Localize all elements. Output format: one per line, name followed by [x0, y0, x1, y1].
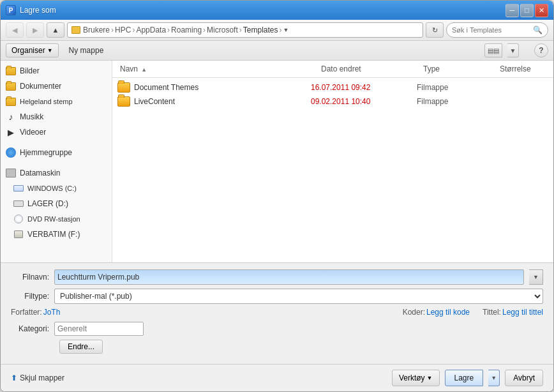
sidebar-label: DVD RW-stasjon	[27, 215, 80, 223]
breadcrumb-bar[interactable]: Brukere › HPC › AppData › Roaming › Micr…	[67, 22, 423, 38]
music-icon: ♪	[9, 112, 13, 122]
sidebar-item-verbatim[interactable]: VERBATIM (F:)	[1, 227, 112, 242]
folder-icon	[6, 67, 16, 75]
window-title: Lagre som	[20, 6, 505, 15]
new-folder-label: Ny mappe	[69, 46, 104, 55]
tools-dropdown-icon: ▼	[427, 375, 433, 381]
file-name: Document Themes	[134, 83, 307, 92]
search-box[interactable]: 🔍	[446, 22, 548, 38]
file-type: Filmappe	[417, 97, 493, 106]
breadcrumb-part: Templates	[243, 26, 278, 34]
sidebar-label: VERBATIM (F:)	[27, 230, 80, 239]
file-date: 09.02.2011 10:40	[311, 97, 413, 106]
change-button[interactable]: Endre...	[59, 340, 103, 354]
filename-row: Filnavn: ▼	[11, 269, 543, 285]
organise-dropdown-icon: ▼	[47, 47, 53, 54]
sort-arrow-icon: ▲	[141, 66, 147, 73]
sidebar-item-bilder[interactable]: Bilder	[1, 63, 112, 79]
file-list: Document Themes 16.07.2011 09:42 Filmapp…	[112, 78, 553, 262]
search-icon: 🔍	[533, 26, 543, 34]
organise-button[interactable]: Organiser ▼	[6, 43, 59, 57]
forward-button[interactable]: ▶	[26, 22, 44, 38]
dvd-icon	[14, 215, 23, 223]
sidebar: Bilder Dokumenter Helgeland stemp ♪ Musi…	[1, 61, 112, 262]
app-icon: P	[6, 5, 16, 15]
file-area: Navn ▲ Dato endret Type Størrelse Docume…	[112, 61, 553, 262]
tools-button[interactable]: Verktøy ▼	[392, 370, 440, 386]
filetype-row: Filtype: Publisher-mal (*.pub)	[11, 289, 543, 304]
column-header-name[interactable]: Navn ▲	[117, 63, 318, 75]
file-header: Navn ▲ Dato endret Type Størrelse	[112, 61, 553, 78]
command-toolbar: Organiser ▼ Ny mappe ▤▤ ▼ ?	[1, 41, 553, 61]
tags-value[interactable]: Legg til kode	[426, 308, 470, 317]
file-type: Filmappe	[417, 83, 493, 92]
sidebar-item-hjemmegruppe[interactable]: Hjemmegruppe	[1, 145, 112, 160]
save-button[interactable]: Lagre	[445, 370, 484, 386]
up-button[interactable]: ▲	[47, 22, 64, 38]
filename-input[interactable]	[54, 269, 524, 285]
column-header-size[interactable]: Størrelse	[497, 63, 548, 75]
column-header-type[interactable]: Type	[421, 63, 497, 75]
usb-icon	[14, 230, 23, 238]
tags-label: Koder:	[403, 308, 425, 317]
filename-dropdown[interactable]: ▼	[529, 269, 543, 285]
window-controls: ─ □ ✕	[505, 4, 548, 17]
sidebar-item-lager[interactable]: LAGER (D:)	[1, 196, 112, 211]
view-dropdown-button[interactable]: ▼	[507, 43, 519, 57]
hide-folders-button[interactable]: ⬆ Skjul mapper	[11, 373, 64, 382]
video-icon: ▶	[8, 128, 14, 137]
category-input[interactable]	[54, 322, 144, 336]
home-group-icon	[6, 147, 16, 158]
folder-icon	[6, 82, 16, 91]
sidebar-item-windows[interactable]: WINDOWS (C:)	[1, 181, 112, 196]
sidebar-item-helgeland[interactable]: Helgeland stemp	[1, 94, 112, 109]
author-label: Forfatter:	[11, 308, 42, 317]
refresh-button[interactable]: ↻	[426, 22, 444, 38]
folder-icon	[117, 82, 130, 93]
sidebar-label: Datamaskin	[20, 169, 60, 177]
sidebar-item-musikk[interactable]: ♪ Musikk	[1, 109, 112, 124]
title-value[interactable]: Legg til tittel	[502, 308, 543, 317]
folder-icon	[6, 98, 16, 106]
file-name: LiveContent	[134, 97, 307, 106]
file-date: 16.07.2011 09:42	[311, 83, 413, 92]
category-label: Kategori:	[11, 324, 49, 333]
help-button[interactable]: ?	[534, 43, 548, 57]
sidebar-label: Musikk	[20, 112, 43, 121]
table-row[interactable]: LiveContent 09.02.2011 10:40 Filmappe	[112, 94, 553, 109]
tools-label: Verktøy	[399, 373, 425, 382]
view-button[interactable]: ▤▤	[484, 43, 502, 57]
address-toolbar: ◀ ▶ ▲ Brukere › HPC › AppData › Roaming …	[1, 20, 553, 41]
author-value[interactable]: JoTh	[43, 308, 61, 317]
back-button[interactable]: ◀	[6, 22, 24, 38]
sidebar-label: Bilder	[20, 66, 40, 75]
metadata-row: Forfatter: JoTh Koder: Legg til kode Tit…	[11, 308, 543, 317]
organise-label: Organiser	[11, 46, 45, 55]
sidebar-label: WINDOWS (C:)	[27, 185, 77, 192]
folder-icon	[117, 96, 130, 107]
cancel-button[interactable]: Avbryt	[505, 370, 543, 386]
sidebar-item-dvd[interactable]: DVD RW-stasjon	[1, 211, 112, 227]
change-btn-row: Endre...	[11, 340, 543, 354]
main-content: Bilder Dokumenter Helgeland stemp ♪ Musi…	[1, 61, 553, 262]
folder-icon	[71, 26, 80, 34]
drive-icon	[13, 185, 24, 192]
column-header-date[interactable]: Dato endret	[318, 63, 421, 75]
sidebar-label: Dokumenter	[20, 82, 61, 91]
filetype-label: Filtype:	[11, 292, 49, 301]
computer-icon	[6, 169, 16, 177]
close-button[interactable]: ✕	[535, 4, 548, 17]
filetype-select[interactable]: Publisher-mal (*.pub)	[54, 289, 543, 304]
sidebar-item-videoer[interactable]: ▶ Videoer	[1, 124, 112, 140]
sidebar-item-datamaskin[interactable]: Datamaskin	[1, 165, 112, 181]
table-row[interactable]: Document Themes 16.07.2011 09:42 Filmapp…	[112, 80, 553, 94]
sidebar-item-dokumenter[interactable]: Dokumenter	[1, 79, 112, 94]
new-folder-button[interactable]: Ny mappe	[64, 43, 109, 57]
title-bar: P Lagre som ─ □ ✕	[1, 1, 553, 20]
minimize-button[interactable]: ─	[505, 4, 519, 17]
maximize-button[interactable]: □	[520, 4, 534, 17]
save-dropdown-button[interactable]: ▼	[488, 370, 500, 386]
breadcrumb-part: Microsoft	[207, 26, 238, 34]
category-row: Kategori:	[11, 322, 543, 336]
search-input[interactable]	[452, 26, 533, 34]
